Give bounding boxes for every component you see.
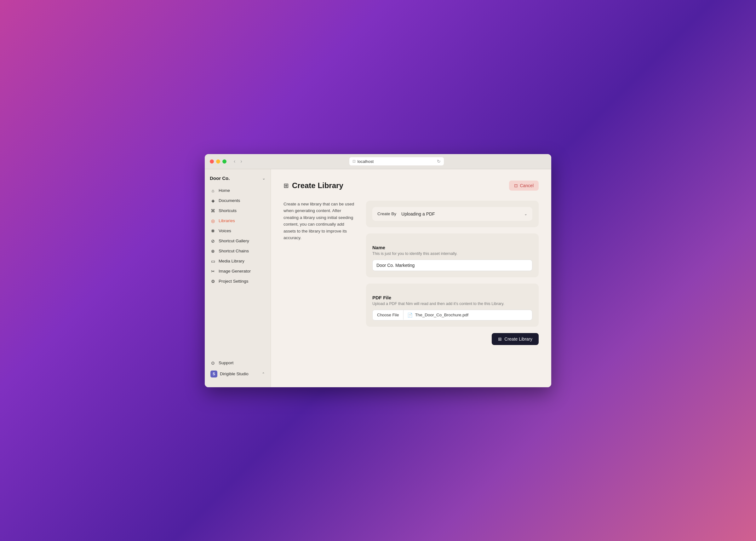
sidebar-item-libraries[interactable]: ◎ Libraries [207,216,268,226]
file-name: The_Door_Co_Brochure.pdf [415,312,468,317]
refresh-button[interactable]: ↻ [437,159,441,164]
pdf-field-section: PDF File Upload a PDF that Nim will read… [372,290,532,320]
traffic-light-red[interactable] [210,160,214,164]
pdf-file-icon: 📄 [407,312,413,317]
monitor-icon: ⊡ [352,159,356,164]
name-section: Name This is just for you to identify th… [366,234,539,277]
name-input[interactable] [372,260,532,271]
name-field-hint: This is just for you to identify this as… [372,252,532,256]
create-library-button[interactable]: ⊞ Create Library [492,333,539,345]
forward-button[interactable]: › [239,158,243,165]
choose-file-label: Choose File [377,312,399,317]
workspace-row[interactable]: S Dirigible Studio ⌃ [207,368,268,380]
browser-chrome: ‹ › ⊡ localhost ↻ [205,154,551,169]
sidebar-title: Door Co. [210,176,230,181]
back-button[interactable]: ‹ [232,158,237,165]
sidebar-item-project-settings[interactable]: ⚙ Project Settings [207,276,268,286]
workspace-name: Dirigible Studio [220,371,248,376]
home-icon: ⌂ [210,188,215,193]
page-title-row: ⊞ Create Library [283,181,343,190]
address-bar[interactable]: ⊡ localhost ↻ [349,157,444,166]
shortcut-gallery-icon: ⊘ [210,239,215,244]
sidebar-item-voices[interactable]: ❋ Voices [207,226,268,236]
sidebar-item-image-generator-label: Image Generator [218,269,251,273]
sidebar-nav: ⌂ Home ◈ Documents ⌘ Shortcuts ◎ Librari… [205,186,270,356]
libraries-icon: ◎ [210,218,215,224]
sidebar-item-voices-label: Voices [218,229,231,233]
content-layout: Create a new library that can be used wh… [283,201,539,345]
sidebar-item-media-library-label: Media Library [218,259,244,264]
traffic-lights [210,160,226,164]
sidebar-item-shortcut-gallery-label: Shortcut Gallery [218,239,249,243]
description-column: Create a new library that can be used wh… [283,201,356,345]
pdf-field-label: PDF File [372,295,532,300]
file-name-display: 📄 The_Door_Co_Brochure.pdf [404,310,472,320]
sidebar-item-image-generator[interactable]: ✂ Image Generator [207,267,268,276]
browser-window: ‹ › ⊡ localhost ↻ Door Co. ⌄ ⌂ Home [205,154,551,387]
traffic-light-yellow[interactable] [216,160,220,164]
create-by-select[interactable]: Uploading a PDF Manual Entry URL Import [401,212,527,217]
traffic-light-green[interactable] [222,160,226,164]
sidebar-item-shortcut-chains[interactable]: ⊗ Shortcut Chains [207,247,268,256]
sidebar-support-label: Support [218,360,233,365]
pdf-field-hint: Upload a PDF that Nim will read and then… [372,301,532,306]
shortcut-chains-icon: ⊗ [210,249,215,254]
address-bar-container: ⊡ localhost ↻ [247,157,546,166]
create-by-row: Create By Uploading a PDF Manual Entry U… [372,207,532,221]
project-settings-icon: ⚙ [210,279,215,284]
page-title: Create Library [292,181,343,190]
sidebar-item-media-library[interactable]: ▭ Media Library [207,257,268,266]
pdf-section: PDF File Upload a PDF that Nim will read… [366,283,539,327]
workspace-initial: S [212,372,215,376]
sidebar-item-libraries-label: Libraries [218,218,235,223]
voices-icon: ❋ [210,229,215,234]
create-library-icon: ⊞ [498,336,502,341]
name-field-section: Name This is just for you to identify th… [372,240,532,271]
image-generator-icon: ✂ [210,269,215,274]
sidebar-item-home-label: Home [218,188,230,193]
description-text: Create a new library that can be used wh… [283,201,356,242]
sidebar-header: Door Co. ⌄ [205,173,270,186]
url-display: localhost [358,159,374,164]
create-by-section: Create By Uploading a PDF Manual Entry U… [366,201,539,227]
sidebar-item-support[interactable]: ⊙ Support [207,358,268,368]
sidebar-item-home[interactable]: ⌂ Home [207,186,268,195]
documents-icon: ◈ [210,198,215,203]
cancel-label: Cancel [520,183,534,188]
sidebar-item-project-settings-label: Project Settings [218,279,248,283]
shortcuts-icon: ⌘ [210,208,215,213]
support-icon: ⊙ [210,360,215,365]
page-header: ⊞ Create Library ⊡ Cancel [283,181,539,191]
sidebar-chevron-icon[interactable]: ⌄ [262,176,265,181]
sidebar-footer: ⊙ Support S Dirigible Studio ⌃ [205,356,270,383]
pdf-file-row: Choose File 📄 The_Door_Co_Brochure.pdf [372,310,532,320]
sidebar-item-documents[interactable]: ◈ Documents [207,196,268,206]
cancel-icon: ⊡ [514,183,518,188]
sidebar-item-shortcut-gallery[interactable]: ⊘ Shortcut Gallery [207,236,268,246]
sidebar-item-shortcuts-label: Shortcuts [218,208,236,213]
create-by-select-wrapper: Uploading a PDF Manual Entry URL Import … [401,212,527,217]
cancel-button[interactable]: ⊡ Cancel [509,181,539,191]
workspace-chevron-icon[interactable]: ⌃ [262,372,265,376]
main-content: ⊞ Create Library ⊡ Cancel Create a new l… [271,169,551,387]
create-library-label: Create Library [504,336,532,341]
media-library-icon: ▭ [210,259,215,264]
form-column: Create By Uploading a PDF Manual Entry U… [366,201,539,345]
sidebar-item-documents-label: Documents [218,198,240,203]
nav-arrows: ‹ › [232,158,244,165]
sidebar-item-shortcut-chains-label: Shortcut Chains [218,249,249,253]
browser-body: Door Co. ⌄ ⌂ Home ◈ Documents ⌘ Shortcut… [205,169,551,387]
workspace-avatar: S [210,370,217,377]
create-by-label: Create By [377,212,396,216]
sidebar-item-shortcuts[interactable]: ⌘ Shortcuts [207,206,268,216]
library-title-icon: ⊞ [283,182,289,189]
sidebar: Door Co. ⌄ ⌂ Home ◈ Documents ⌘ Shortcut… [205,169,271,387]
name-field-label: Name [372,245,532,250]
choose-file-button[interactable]: Choose File [373,310,404,320]
